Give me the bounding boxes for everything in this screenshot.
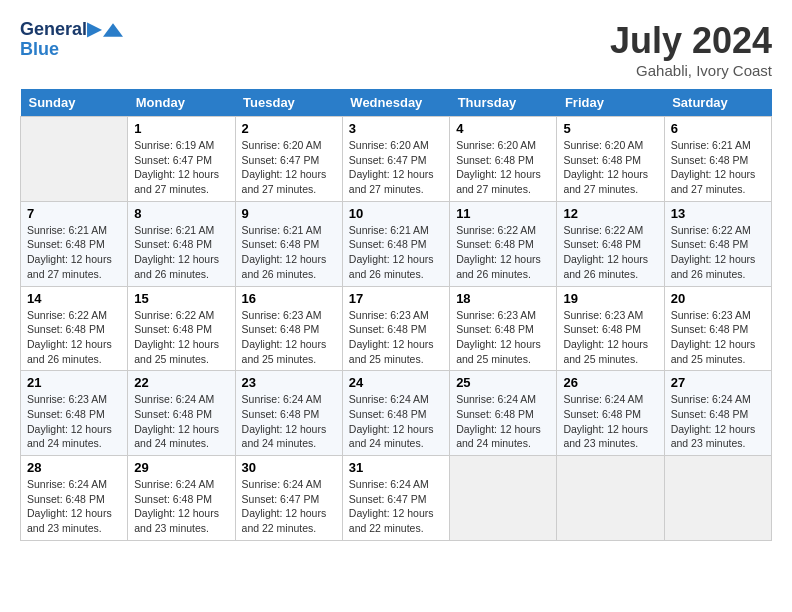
calendar-cell: 9Sunrise: 6:21 AMSunset: 6:48 PMDaylight… [235, 201, 342, 286]
day-number: 27 [671, 375, 765, 390]
day-info: Sunrise: 6:22 AMSunset: 6:48 PMDaylight:… [27, 308, 121, 367]
calendar-cell: 20Sunrise: 6:23 AMSunset: 6:48 PMDayligh… [664, 286, 771, 371]
calendar-cell: 29Sunrise: 6:24 AMSunset: 6:48 PMDayligh… [128, 456, 235, 541]
day-info: Sunrise: 6:20 AMSunset: 6:48 PMDaylight:… [563, 138, 657, 197]
day-number: 22 [134, 375, 228, 390]
weekday-header: Sunday [21, 89, 128, 117]
calendar-cell: 19Sunrise: 6:23 AMSunset: 6:48 PMDayligh… [557, 286, 664, 371]
day-number: 18 [456, 291, 550, 306]
day-number: 16 [242, 291, 336, 306]
calendar-cell: 30Sunrise: 6:24 AMSunset: 6:47 PMDayligh… [235, 456, 342, 541]
title-block: July 2024 Gahabli, Ivory Coast [610, 20, 772, 79]
calendar-cell: 13Sunrise: 6:22 AMSunset: 6:48 PMDayligh… [664, 201, 771, 286]
day-info: Sunrise: 6:20 AMSunset: 6:47 PMDaylight:… [349, 138, 443, 197]
calendar-cell: 1Sunrise: 6:19 AMSunset: 6:47 PMDaylight… [128, 117, 235, 202]
day-number: 19 [563, 291, 657, 306]
logo-icon [103, 20, 123, 40]
day-info: Sunrise: 6:23 AMSunset: 6:48 PMDaylight:… [456, 308, 550, 367]
day-number: 24 [349, 375, 443, 390]
calendar-cell: 22Sunrise: 6:24 AMSunset: 6:48 PMDayligh… [128, 371, 235, 456]
day-info: Sunrise: 6:21 AMSunset: 6:48 PMDaylight:… [27, 223, 121, 282]
day-info: Sunrise: 6:20 AMSunset: 6:48 PMDaylight:… [456, 138, 550, 197]
day-info: Sunrise: 6:23 AMSunset: 6:48 PMDaylight:… [563, 308, 657, 367]
day-info: Sunrise: 6:22 AMSunset: 6:48 PMDaylight:… [563, 223, 657, 282]
calendar-cell [557, 456, 664, 541]
day-number: 29 [134, 460, 228, 475]
day-number: 15 [134, 291, 228, 306]
day-number: 31 [349, 460, 443, 475]
calendar-cell: 18Sunrise: 6:23 AMSunset: 6:48 PMDayligh… [450, 286, 557, 371]
day-info: Sunrise: 6:24 AMSunset: 6:48 PMDaylight:… [27, 477, 121, 536]
day-number: 21 [27, 375, 121, 390]
calendar-cell: 25Sunrise: 6:24 AMSunset: 6:48 PMDayligh… [450, 371, 557, 456]
calendar-cell: 8Sunrise: 6:21 AMSunset: 6:48 PMDaylight… [128, 201, 235, 286]
calendar-week-row: 28Sunrise: 6:24 AMSunset: 6:48 PMDayligh… [21, 456, 772, 541]
calendar-cell: 15Sunrise: 6:22 AMSunset: 6:48 PMDayligh… [128, 286, 235, 371]
day-number: 11 [456, 206, 550, 221]
day-number: 28 [27, 460, 121, 475]
day-info: Sunrise: 6:21 AMSunset: 6:48 PMDaylight:… [134, 223, 228, 282]
calendar-cell: 14Sunrise: 6:22 AMSunset: 6:48 PMDayligh… [21, 286, 128, 371]
day-info: Sunrise: 6:23 AMSunset: 6:48 PMDaylight:… [27, 392, 121, 451]
page-header: General▶ Blue July 2024 Gahabli, Ivory C… [20, 20, 772, 79]
calendar-cell: 17Sunrise: 6:23 AMSunset: 6:48 PMDayligh… [342, 286, 449, 371]
calendar-cell: 3Sunrise: 6:20 AMSunset: 6:47 PMDaylight… [342, 117, 449, 202]
day-number: 1 [134, 121, 228, 136]
day-number: 23 [242, 375, 336, 390]
day-number: 3 [349, 121, 443, 136]
logo-blue-text: Blue [20, 40, 123, 60]
day-number: 30 [242, 460, 336, 475]
day-info: Sunrise: 6:21 AMSunset: 6:48 PMDaylight:… [349, 223, 443, 282]
calendar-cell: 21Sunrise: 6:23 AMSunset: 6:48 PMDayligh… [21, 371, 128, 456]
calendar-cell: 2Sunrise: 6:20 AMSunset: 6:47 PMDaylight… [235, 117, 342, 202]
day-info: Sunrise: 6:23 AMSunset: 6:48 PMDaylight:… [671, 308, 765, 367]
day-info: Sunrise: 6:24 AMSunset: 6:47 PMDaylight:… [242, 477, 336, 536]
day-info: Sunrise: 6:22 AMSunset: 6:48 PMDaylight:… [134, 308, 228, 367]
weekday-header: Saturday [664, 89, 771, 117]
logo: General▶ Blue [20, 20, 123, 60]
weekday-header: Thursday [450, 89, 557, 117]
calendar-week-row: 14Sunrise: 6:22 AMSunset: 6:48 PMDayligh… [21, 286, 772, 371]
day-number: 6 [671, 121, 765, 136]
location: Gahabli, Ivory Coast [610, 62, 772, 79]
weekday-header: Monday [128, 89, 235, 117]
svg-marker-0 [103, 23, 123, 36]
day-number: 25 [456, 375, 550, 390]
month-year: July 2024 [610, 20, 772, 62]
calendar-cell: 24Sunrise: 6:24 AMSunset: 6:48 PMDayligh… [342, 371, 449, 456]
calendar-week-row: 1Sunrise: 6:19 AMSunset: 6:47 PMDaylight… [21, 117, 772, 202]
calendar-table: SundayMondayTuesdayWednesdayThursdayFrid… [20, 89, 772, 541]
day-number: 2 [242, 121, 336, 136]
day-number: 26 [563, 375, 657, 390]
day-number: 9 [242, 206, 336, 221]
calendar-cell: 12Sunrise: 6:22 AMSunset: 6:48 PMDayligh… [557, 201, 664, 286]
day-number: 8 [134, 206, 228, 221]
day-number: 14 [27, 291, 121, 306]
day-info: Sunrise: 6:24 AMSunset: 6:48 PMDaylight:… [242, 392, 336, 451]
calendar-week-row: 21Sunrise: 6:23 AMSunset: 6:48 PMDayligh… [21, 371, 772, 456]
calendar-cell: 4Sunrise: 6:20 AMSunset: 6:48 PMDaylight… [450, 117, 557, 202]
day-info: Sunrise: 6:21 AMSunset: 6:48 PMDaylight:… [671, 138, 765, 197]
calendar-week-row: 7Sunrise: 6:21 AMSunset: 6:48 PMDaylight… [21, 201, 772, 286]
day-info: Sunrise: 6:23 AMSunset: 6:48 PMDaylight:… [242, 308, 336, 367]
weekday-header: Wednesday [342, 89, 449, 117]
day-info: Sunrise: 6:22 AMSunset: 6:48 PMDaylight:… [671, 223, 765, 282]
calendar-cell: 6Sunrise: 6:21 AMSunset: 6:48 PMDaylight… [664, 117, 771, 202]
calendar-cell: 31Sunrise: 6:24 AMSunset: 6:47 PMDayligh… [342, 456, 449, 541]
day-info: Sunrise: 6:24 AMSunset: 6:48 PMDaylight:… [456, 392, 550, 451]
calendar-header: SundayMondayTuesdayWednesdayThursdayFrid… [21, 89, 772, 117]
day-info: Sunrise: 6:21 AMSunset: 6:48 PMDaylight:… [242, 223, 336, 282]
calendar-cell [21, 117, 128, 202]
calendar-cell: 7Sunrise: 6:21 AMSunset: 6:48 PMDaylight… [21, 201, 128, 286]
day-info: Sunrise: 6:24 AMSunset: 6:48 PMDaylight:… [671, 392, 765, 451]
day-info: Sunrise: 6:24 AMSunset: 6:47 PMDaylight:… [349, 477, 443, 536]
day-number: 17 [349, 291, 443, 306]
day-info: Sunrise: 6:19 AMSunset: 6:47 PMDaylight:… [134, 138, 228, 197]
day-info: Sunrise: 6:23 AMSunset: 6:48 PMDaylight:… [349, 308, 443, 367]
day-number: 10 [349, 206, 443, 221]
calendar-cell: 23Sunrise: 6:24 AMSunset: 6:48 PMDayligh… [235, 371, 342, 456]
day-info: Sunrise: 6:22 AMSunset: 6:48 PMDaylight:… [456, 223, 550, 282]
day-number: 7 [27, 206, 121, 221]
day-number: 20 [671, 291, 765, 306]
calendar-cell: 16Sunrise: 6:23 AMSunset: 6:48 PMDayligh… [235, 286, 342, 371]
